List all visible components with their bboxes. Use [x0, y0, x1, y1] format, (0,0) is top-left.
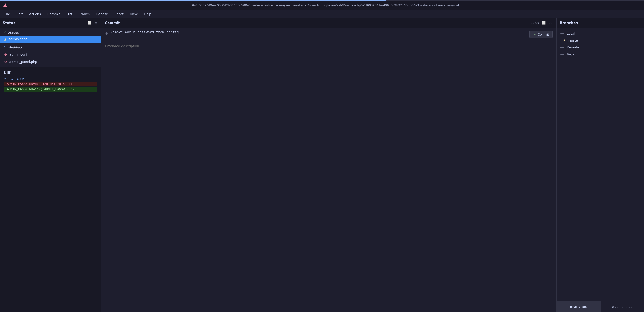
commit-close-btn[interactable]: ✕	[548, 21, 553, 25]
branch-remote-section[interactable]: Remote	[556, 44, 644, 51]
menu-branch[interactable]: Branch	[76, 11, 92, 17]
extended-description-input[interactable]	[105, 44, 553, 309]
menu-edit[interactable]: Edit	[14, 11, 25, 17]
diff-section: Diff @@ -1 +1 @@ -ADMIN_PASSWORD=ptx24zd…	[0, 67, 101, 312]
tab-submodules-label: Submodules	[612, 305, 632, 309]
modified-label: Modified	[8, 45, 22, 49]
menu-diff[interactable]: Diff	[64, 11, 75, 17]
commit-timer-value: 03:00	[530, 21, 539, 24]
tab-submodules[interactable]: Submodules	[600, 301, 644, 312]
diff-removed-line: -ADMIN_PASSWORD=ptx24zdlg5mb7d15a2oi	[4, 82, 97, 86]
status-section: Status — ⬜ ✕ ✓ Staged ▲	[0, 18, 101, 67]
status-panel-title: Status	[3, 21, 16, 25]
local-label: Local	[567, 32, 575, 35]
window-title: 0a1f0039049eaf00c0d2b32400d500a3.web-sec…	[10, 3, 641, 7]
diff-title: Diff	[4, 70, 97, 74]
commit-timer-area: 03:00 ⬜ ✕	[530, 21, 553, 25]
app-logo	[3, 3, 8, 8]
commit-settings-icon[interactable]: ⚙	[105, 31, 108, 36]
commit-button[interactable]: ✦ Commit	[530, 30, 553, 38]
modified-admin-conf-icon: ⊘	[4, 52, 7, 56]
commit-plus-icon: ✦	[533, 32, 536, 36]
branches-panel-header: Branches	[556, 18, 644, 28]
menu-commit[interactable]: Commit	[44, 11, 63, 17]
commit-panel-header: Commit 03:00 ⬜ ✕	[101, 18, 556, 28]
staged-file-name: admin.conf	[9, 37, 27, 41]
diff-added-line: +ADMIN_PASSWORD=env('ADMIN_PASSWORD')	[4, 87, 97, 92]
status-close-btn[interactable]: ✕	[94, 21, 98, 25]
content-area: Status — ⬜ ✕ ✓ Staged ▲	[0, 18, 644, 312]
local-dash-icon	[560, 33, 564, 34]
commit-input-area: ⚙ Remove admin password from config ✦ Co…	[101, 28, 556, 41]
staged-item-admin-conf[interactable]: ▲ admin.conf	[0, 36, 101, 42]
modified-admin-panel-name: admin_panel.php	[10, 60, 37, 64]
diff-content: @@ -1 +1 @@ -ADMIN_PASSWORD=ptx24zdlg5mb…	[4, 77, 97, 92]
master-label: master	[568, 39, 579, 42]
branch-local-section[interactable]: Local	[556, 30, 644, 37]
staged-section-header: ✓ Staged	[0, 29, 101, 36]
branches-panel-title: Branches	[560, 21, 578, 25]
tab-branches[interactable]: Branches	[556, 301, 600, 312]
menubar: File Edit Actions Commit Diff Branch Reb…	[0, 10, 644, 18]
modified-item-admin-panel[interactable]: ⊘ admin_panel.php	[0, 58, 101, 65]
tags-label: Tags	[567, 52, 574, 56]
branches-list: Local ★ master Remote Tags	[556, 28, 644, 301]
branch-master-item[interactable]: ★ master	[556, 37, 644, 44]
menu-help[interactable]: Help	[141, 11, 154, 17]
status-panel-header: Status — ⬜ ✕	[0, 18, 101, 28]
extended-description-area	[101, 41, 556, 312]
svg-marker-0	[4, 3, 7, 7]
branches-panel: Branches Local ★ master Remote	[556, 18, 644, 312]
status-expand-btn[interactable]: ⬜	[86, 21, 92, 25]
commit-expand-btn[interactable]: ⬜	[541, 21, 546, 25]
app-container: 0a1f0039049eaf00c0d2b32400d500a3.web-sec…	[0, 0, 644, 312]
tab-branches-label: Branches	[570, 305, 587, 309]
modified-cycle-icon: ↻	[3, 45, 6, 49]
menu-file[interactable]: File	[2, 11, 13, 17]
modified-admin-conf-name: admin.conf	[10, 53, 27, 56]
remote-dash-icon	[560, 47, 564, 48]
menu-view[interactable]: View	[127, 11, 140, 17]
branches-panel-tabs: Branches Submodules	[556, 301, 644, 312]
master-star-icon: ★	[563, 39, 566, 42]
commit-panel-title: Commit	[105, 21, 120, 25]
status-panel-controls: — ⬜ ✕	[80, 21, 98, 25]
tags-dash-icon	[560, 54, 564, 55]
remote-label: Remote	[567, 45, 579, 49]
branch-tags-section[interactable]: Tags	[556, 51, 644, 58]
modified-item-admin-conf[interactable]: ⊘ admin.conf	[0, 51, 101, 58]
menu-reset[interactable]: Reset	[112, 11, 126, 17]
status-minimize-btn[interactable]: —	[80, 21, 85, 25]
commit-panel: Commit 03:00 ⬜ ✕ ⚙ Remove admin password…	[101, 18, 556, 312]
modified-admin-panel-icon: ⊘	[4, 60, 7, 64]
status-list: ✓ Staged ▲ admin.conf ↻ Modified	[0, 28, 101, 67]
menu-actions[interactable]: Actions	[26, 11, 44, 17]
diff-hunk-header: @@ -1 +1 @@	[4, 77, 97, 81]
staged-label: Staged	[8, 30, 19, 34]
modified-section-header: ↻ Modified	[0, 44, 101, 51]
titlebar: 0a1f0039049eaf00c0d2b32400d500a3.web-sec…	[0, 1, 644, 10]
left-panel: Status — ⬜ ✕ ✓ Staged ▲	[0, 18, 101, 312]
commit-button-label: Commit	[538, 33, 549, 36]
staged-file-triangle-icon: ▲	[4, 37, 6, 41]
commit-message-input[interactable]: Remove admin password from config	[110, 30, 527, 38]
staged-check-icon: ✓	[3, 30, 6, 34]
menu-rebase[interactable]: Rebase	[94, 11, 111, 17]
